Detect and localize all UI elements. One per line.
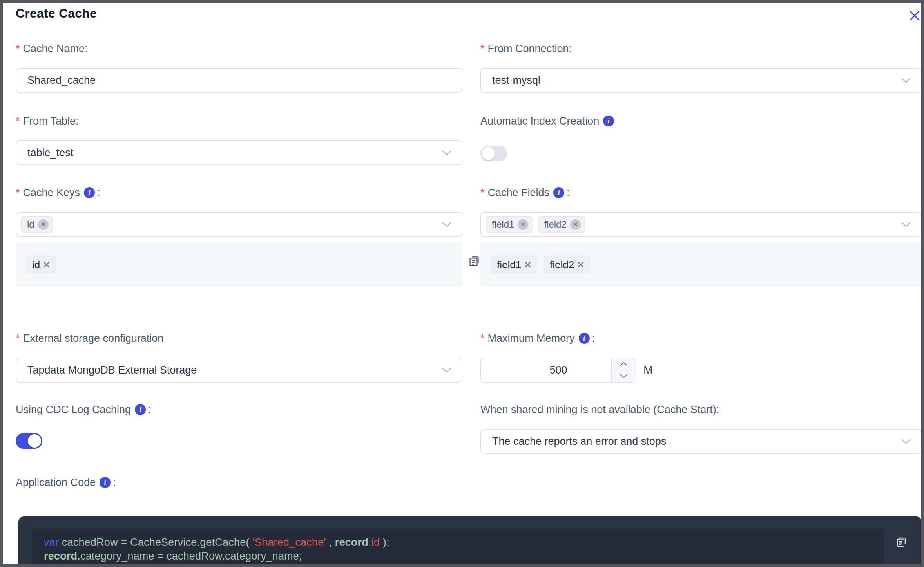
cache-name-value: Shared_cache [27, 74, 452, 87]
info-icon[interactable]: i [135, 404, 146, 415]
from-table-label: * From Table: [16, 115, 462, 127]
cache-keys-selected-panel: id ✕ [16, 243, 462, 287]
selected-field-chip: field1 ✕ [491, 255, 537, 274]
from-table-select[interactable]: table_test [16, 140, 462, 165]
from-table-value: table_test [27, 147, 441, 159]
decrement-button[interactable] [612, 370, 636, 382]
cache-fields-label: * Cache Fields i : [480, 186, 922, 199]
remove-tag-icon[interactable]: ✕ [570, 219, 581, 230]
dialog-header: Create Cache [16, 4, 922, 21]
max-memory-input[interactable]: 500 [480, 358, 636, 383]
external-storage-label: * External storage configuration [16, 332, 462, 345]
info-icon[interactable]: i [100, 477, 111, 488]
code-editor[interactable]: var cachedRow = CacheService.getCache( '… [32, 529, 884, 567]
from-connection-select[interactable]: test-mysql [480, 68, 922, 93]
chevron-down-icon [441, 221, 452, 228]
cdc-log-toggle[interactable] [16, 433, 42, 449]
memory-unit-label: M [643, 364, 652, 376]
remove-tag-icon[interactable]: ✕ [38, 219, 49, 230]
code-block: var cachedRow = CacheService.getCache( '… [18, 516, 922, 567]
required-marker: * [16, 115, 20, 127]
required-marker: * [16, 43, 20, 55]
required-marker: * [16, 332, 20, 345]
chevron-down-icon [441, 149, 452, 156]
close-icon [907, 8, 922, 23]
auto-index-label: Automatic Index Creation i [480, 115, 922, 127]
cache-name-label: * Cache Name: [16, 42, 462, 55]
cache-fields-selected-panel: field1 ✕ field2 ✕ [480, 243, 922, 287]
max-memory-value: 500 [481, 358, 611, 382]
chevron-down-icon [900, 221, 911, 228]
remove-chip-icon[interactable]: ✕ [524, 260, 532, 270]
copy-code-icon[interactable] [895, 535, 908, 548]
cache-field-tag: field1 ✕ [486, 216, 533, 233]
create-cache-dialog: Create Cache * Cache Name: * From Connec… [0, 0, 924, 567]
close-button[interactable] [907, 8, 922, 23]
toggle-knob [28, 434, 41, 448]
chevron-down-icon [900, 438, 911, 445]
remove-chip-icon[interactable]: ✕ [42, 260, 51, 270]
cache-keys-label: * Cache Keys i : [16, 186, 462, 199]
info-icon[interactable]: i [84, 187, 95, 198]
number-spinner [611, 358, 636, 382]
auto-index-toggle[interactable] [480, 146, 507, 161]
cache-field-tag: field2 ✕ [538, 216, 585, 233]
from-connection-label: * From Connection: [480, 42, 922, 55]
code-line-2: record.category_name = cachedRow.categor… [44, 549, 884, 563]
info-icon[interactable]: i [553, 187, 564, 198]
shared-mining-value: The cache reports an error and stops [492, 435, 900, 448]
shared-mining-label: When shared mining is not available (Cac… [480, 403, 922, 416]
required-marker: * [16, 187, 20, 199]
from-connection-value: test-mysql [492, 74, 900, 87]
chevron-down-icon [441, 367, 452, 374]
cache-key-tag: id ✕ [21, 216, 53, 233]
cache-keys-select[interactable]: id ✕ [16, 212, 462, 237]
code-line-1: var cachedRow = CacheService.getCache( '… [44, 536, 884, 549]
info-icon[interactable]: i [603, 116, 614, 126]
page-title: Create Cache [16, 4, 922, 21]
chevron-up-icon [620, 361, 628, 367]
increment-button[interactable] [612, 358, 636, 370]
copy-icon[interactable] [467, 254, 481, 268]
shared-mining-select[interactable]: The cache reports an error and stops [480, 429, 922, 454]
required-marker: * [480, 43, 485, 55]
remove-chip-icon[interactable]: ✕ [576, 260, 585, 270]
selected-field-chip: field2 ✕ [544, 255, 590, 274]
cache-fields-select[interactable]: field1 ✕ field2 ✕ [480, 212, 922, 237]
max-memory-label: * Maximum Memory i : [480, 332, 922, 345]
chevron-down-icon [900, 77, 911, 84]
application-code-label: Application Code i : [16, 476, 922, 489]
external-storage-value: Tapdata MongoDB External Storage [27, 364, 441, 376]
chevron-down-icon [620, 374, 628, 379]
required-marker: * [480, 332, 485, 345]
cache-name-input[interactable]: Shared_cache [16, 68, 462, 93]
info-icon[interactable]: i [579, 333, 590, 344]
selected-key-chip: id ✕ [26, 255, 56, 274]
required-marker: * [480, 187, 485, 199]
remove-tag-icon[interactable]: ✕ [518, 219, 528, 230]
toggle-knob [482, 147, 495, 160]
cdc-log-label: Using CDC Log Caching i : [16, 403, 462, 416]
external-storage-select[interactable]: Tapdata MongoDB External Storage [16, 358, 462, 383]
